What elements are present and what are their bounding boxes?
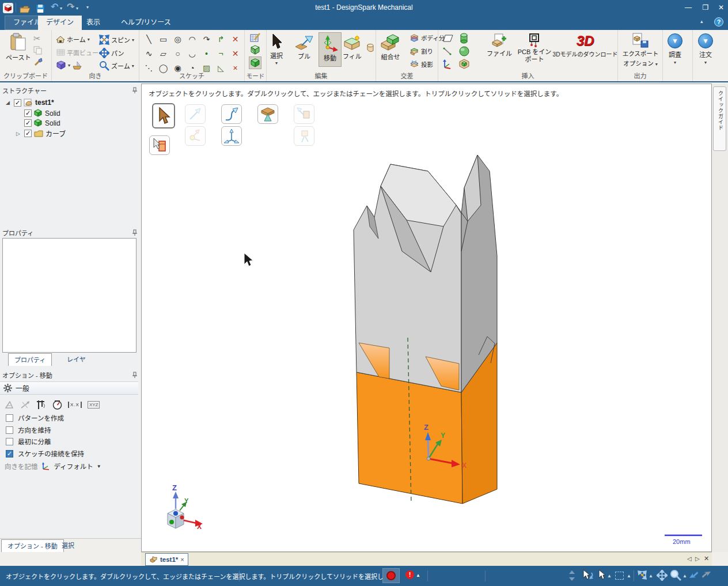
zoom-icon[interactable] (670, 569, 681, 581)
insert-file-button[interactable]: ファイル (484, 33, 514, 58)
tab-properties[interactable]: プロパティ (8, 353, 52, 366)
select-cursor-icon[interactable] (598, 569, 606, 580)
fill-tool-button[interactable]: フィル (343, 35, 362, 61)
close-button[interactable]: ✕ (714, 1, 728, 14)
record-button[interactable] (382, 568, 400, 583)
orbit-icon[interactable] (637, 570, 648, 581)
import-pcb-button[interactable]: PCB をインポート (517, 33, 552, 63)
view-style-button[interactable]: ▾ (56, 61, 83, 70)
plane-icon[interactable] (443, 34, 453, 43)
tree-row-root[interactable]: ◢ ✓ test1* (6, 99, 54, 107)
sketch-tool-icon[interactable]: ¬ (214, 47, 228, 61)
pin-icon[interactable] (132, 87, 138, 94)
remember-orientation-row[interactable]: 向きを記憶 ディフォルト ▼ (5, 462, 101, 471)
model-canvas[interactable]: Z Y X Z Y X 20mm (142, 84, 711, 551)
sketch-mode-icon[interactable] (250, 32, 261, 43)
ruler-tool-icon[interactable] (5, 400, 14, 410)
selection-box-dropdown-icon[interactable]: ▲ (627, 573, 631, 579)
solid-mode-icon[interactable] (249, 56, 261, 69)
collapse-ribbon-icon[interactable]: ▴ (700, 18, 703, 24)
document-tab[interactable]: test1* × (145, 553, 188, 566)
selection-box-icon[interactable] (615, 572, 624, 580)
export-options-button[interactable]: エクスポート オプション ▾ (625, 33, 656, 67)
section-mode-icon[interactable] (250, 45, 260, 55)
sketch-tool-icon[interactable]: ◎ (170, 32, 185, 46)
split-face-button[interactable]: 割り (410, 47, 433, 55)
sketch-tool-icon[interactable]: ▭ (156, 32, 170, 46)
expander-icon[interactable]: ◢ (6, 100, 12, 105)
home-view-button[interactable]: ホーム▾ (56, 35, 90, 44)
tab-select[interactable]: 選択 (56, 539, 80, 552)
pin-icon[interactable] (132, 229, 138, 236)
sketch-tool-icon[interactable]: ◡ (185, 47, 199, 61)
project-button[interactable]: 投影 (410, 60, 433, 69)
calipers-icon[interactable] (36, 400, 47, 410)
previous-selection-icon[interactable] (582, 569, 594, 581)
spin-button[interactable]: スピン▾ (99, 35, 134, 45)
spinner-icon[interactable] (569, 570, 575, 581)
visibility-checkbox[interactable]: ✓ (24, 130, 32, 137)
tab-layers[interactable]: レイヤ (61, 353, 92, 366)
tree-row-solid[interactable]: ✓ Solid (24, 109, 60, 118)
option-checkbox-row[interactable]: 最初に分離 (6, 437, 51, 446)
crossed-arrows-icon[interactable] (20, 400, 31, 410)
blend-tool-icon[interactable] (366, 43, 375, 53)
cylinder-icon[interactable] (459, 33, 469, 44)
expander-icon[interactable]: ▷ (16, 131, 22, 137)
sketch-tool-icon[interactable]: ◠ (185, 32, 199, 46)
tab-close-icon[interactable]: ✕ (704, 555, 709, 562)
option-checkbox-row[interactable]: 方向を維持 (6, 425, 51, 434)
orientation-default-dropdown[interactable]: ディフォルト (54, 462, 93, 471)
document-tab-close-icon[interactable]: × (180, 556, 184, 563)
viewport-3d[interactable]: オブジェクトをクリックします。ダブルクリックして、エッジまたはチェーンを選択しま… (141, 84, 712, 552)
paste-button[interactable]: ペースト (6, 33, 31, 62)
tree-row-solid[interactable]: ✓ Solid (24, 119, 60, 127)
visibility-checkbox[interactable]: ✓ (24, 119, 32, 127)
dimension-xyz-icon[interactable]: XYZ (88, 401, 100, 409)
copy-icon[interactable] (33, 46, 42, 55)
checkbox-unchecked[interactable] (6, 426, 13, 434)
sketch-tool-icon[interactable]: ╲ (142, 32, 156, 46)
pan-icon[interactable] (657, 570, 668, 581)
minimize-button[interactable]: — (680, 1, 697, 14)
alert-icon[interactable]: ! (405, 570, 414, 579)
tab-design[interactable]: デザイン (38, 16, 82, 30)
gauge-icon[interactable] (52, 400, 62, 410)
arrow-forward-icon[interactable] (702, 570, 711, 579)
zoom-dropdown-icon[interactable]: ▲ (682, 573, 687, 579)
download-3d-button[interactable]: 3D 3Dモデルのダウンロード (553, 33, 617, 58)
zoom-button[interactable]: ズーム▾ (99, 61, 134, 71)
sketch-tool-icon[interactable]: ↷ (199, 32, 214, 46)
investigate-button[interactable]: ▼ 調査 ▾ (668, 33, 682, 65)
order-button[interactable]: ▼ 注文 ▾ (698, 33, 713, 65)
sketch-tool-icon[interactable]: • (199, 47, 214, 61)
orientation-cube[interactable]: Z Y X (168, 483, 203, 531)
checkbox-unchecked[interactable] (6, 438, 13, 445)
move-tool-button[interactable]: 移動 (318, 32, 342, 67)
option-checkbox-row[interactable]: パターンを作成 (6, 413, 64, 422)
sketch-tool-icon[interactable]: ✕ (228, 32, 242, 46)
options-general-row[interactable]: 一般 (0, 381, 138, 395)
quick-guide-tab[interactable]: クイックガイド (713, 86, 726, 151)
pin-icon[interactable] (132, 372, 138, 379)
format-painter-icon[interactable] (33, 58, 43, 67)
tab-scroll-right-icon[interactable]: ▷ (695, 555, 700, 562)
sketch-tool-icon[interactable]: ↱ (214, 32, 228, 46)
checkbox-unchecked[interactable] (6, 414, 13, 422)
sphere-icon[interactable] (459, 46, 469, 56)
sketch-tool-icon[interactable]: ✕ (228, 47, 242, 61)
tree-row-curves[interactable]: ▷ ✓ カーブ (16, 128, 66, 138)
visibility-checkbox[interactable]: ✓ (24, 109, 32, 117)
sketch-tool-icon[interactable]: ∿ (142, 47, 156, 61)
tab-scroll-left-icon[interactable]: ◁ (687, 555, 692, 562)
plan-view-button[interactable]: 平面ビュー (56, 48, 98, 57)
maximize-button[interactable]: ❐ (697, 1, 714, 14)
checkbox-checked[interactable]: ✓ (6, 450, 13, 458)
help-icon[interactable]: ? (714, 17, 723, 27)
origin-axes-icon[interactable] (443, 59, 453, 69)
select-dropdown-icon[interactable]: ▲ (607, 573, 612, 579)
select-tool-button[interactable]: 選択 ▾ (270, 33, 283, 66)
orbit-dropdown-icon[interactable]: ▲ (649, 573, 653, 579)
tab-view[interactable]: 表示 (78, 16, 108, 30)
arrow-back-icon[interactable] (689, 570, 699, 579)
